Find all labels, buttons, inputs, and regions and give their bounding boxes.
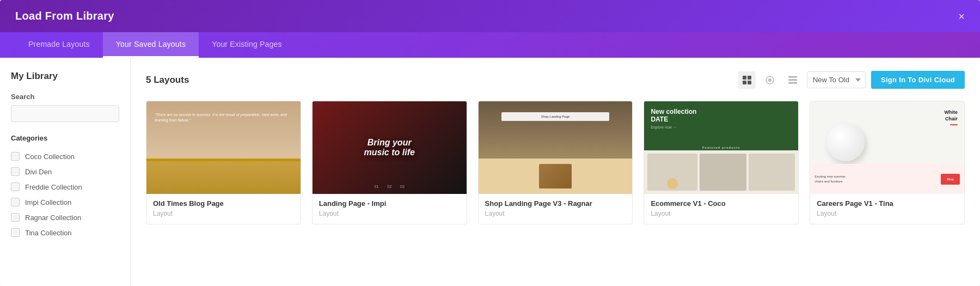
- modal-title: Load From Library: [15, 10, 114, 22]
- svg-rect-7: [788, 79, 797, 81]
- svg-rect-8: [788, 82, 797, 84]
- layout-thumbnail-2: Bring yourmusic to life 01 02 03: [313, 101, 467, 194]
- layout-thumbnail-5: WhiteChair Exciting new summerchairs and…: [810, 101, 964, 194]
- filter-icon: [765, 75, 775, 85]
- list-view-button[interactable]: [784, 71, 801, 89]
- layout-info-5: Careers Page V1 - Tina Layout: [810, 194, 964, 224]
- layout-card-1[interactable]: Get More Old Times Blog Page Layout: [146, 101, 301, 224]
- close-button[interactable]: ×: [958, 11, 965, 22]
- category-checkbox-ragnar[interactable]: [11, 213, 20, 222]
- layout-card-2[interactable]: Bring yourmusic to life 01 02 03 Landing…: [312, 101, 467, 224]
- category-name-coco: Coco Collection: [25, 153, 75, 161]
- svg-rect-6: [788, 76, 797, 78]
- layout-thumbnail-3: Shop Landing Page: [479, 101, 633, 194]
- layouts-grid: Get More Old Times Blog Page Layout Brin…: [146, 101, 965, 224]
- category-item-freddie[interactable]: Freddie Collection: [11, 179, 119, 194]
- tab-premade[interactable]: Premade Layouts: [15, 32, 103, 58]
- svg-rect-0: [743, 76, 746, 80]
- tab-existing-pages[interactable]: Your Existing Pages: [199, 32, 295, 58]
- category-name-ragnar: Ragnar Collection: [25, 214, 81, 222]
- category-name-freddie: Freddie Collection: [25, 183, 82, 191]
- modal-header: Load From Library ×: [0, 0, 980, 32]
- category-checkbox-tina[interactable]: [11, 228, 20, 237]
- category-item-divi-den[interactable]: Divi Den: [11, 164, 119, 179]
- layout-type-3: Layout: [485, 210, 626, 217]
- layouts-count: 5 Layouts: [146, 75, 189, 86]
- grid-view-button[interactable]: [738, 71, 756, 89]
- modal-container: Load From Library × Premade Layouts Your…: [0, 0, 980, 286]
- category-checkbox-divi-den[interactable]: [11, 167, 20, 176]
- search-input[interactable]: [11, 105, 119, 122]
- layout-type-4: Layout: [651, 210, 792, 217]
- category-item-ragnar[interactable]: Ragnar Collection: [11, 210, 119, 225]
- layout-info-4: Ecommerce V1 - Coco Layout: [644, 194, 798, 224]
- layout-type-1: Layout: [153, 210, 294, 217]
- main-header: 5 Layouts: [146, 71, 965, 89]
- search-label: Search: [11, 93, 119, 101]
- layout-name-5: Careers Page V1 - Tina: [817, 199, 958, 208]
- category-name-divi-den: Divi Den: [25, 168, 52, 176]
- sign-in-divi-cloud-button[interactable]: Sign In To Divi Cloud: [871, 71, 965, 89]
- layout-name-4: Ecommerce V1 - Coco: [651, 199, 792, 208]
- categories-list: Coco Collection Divi Den Freddie Collect…: [11, 149, 119, 240]
- layout-name-3: Shop Landing Page V3 - Ragnar: [485, 199, 626, 208]
- category-checkbox-coco[interactable]: [11, 152, 20, 161]
- category-item-impi[interactable]: Impi Collection: [11, 194, 119, 210]
- category-name-tina: Tina Collection: [25, 229, 72, 237]
- layout-card-3[interactable]: Shop Landing Page Shop Landing Page V3 -…: [478, 101, 633, 224]
- category-checkbox-freddie[interactable]: [11, 182, 20, 191]
- layout-info-2: Landing Page - Impi Layout: [313, 194, 467, 224]
- layout-info-1: Old Times Blog Page Layout: [146, 194, 301, 224]
- svg-rect-2: [743, 81, 746, 84]
- layout-type-2: Layout: [319, 210, 460, 217]
- layout-thumbnail-4: New collectionDATE Explore now → Feature…: [644, 101, 798, 194]
- content-area: My Library Search Categories Coco Collec…: [0, 58, 980, 286]
- controls-right: New To Old Old To New A-Z Z-A Sign In To…: [738, 71, 965, 89]
- category-name-impi: Impi Collection: [25, 198, 71, 206]
- main-area: 5 Layouts: [131, 58, 980, 286]
- sort-select[interactable]: New To Old Old To New A-Z Z-A: [807, 71, 866, 88]
- thumb-2-text: Bring yourmusic to life: [364, 138, 415, 157]
- categories-label: Categories: [11, 134, 119, 142]
- sidebar-title: My Library: [11, 71, 119, 82]
- layout-thumbnail-1: Get More: [146, 101, 301, 194]
- sidebar: My Library Search Categories Coco Collec…: [0, 58, 131, 286]
- grid-icon: [742, 75, 752, 85]
- svg-rect-3: [748, 81, 751, 84]
- category-checkbox-impi[interactable]: [11, 198, 20, 206]
- layout-name-1: Old Times Blog Page: [153, 199, 294, 208]
- layout-type-5: Layout: [817, 210, 958, 217]
- layout-info-3: Shop Landing Page V3 - Ragnar Layout: [479, 194, 633, 224]
- layout-name-2: Landing Page - Impi: [319, 199, 460, 208]
- category-item-coco[interactable]: Coco Collection: [11, 149, 119, 164]
- tab-saved-layouts[interactable]: Your Saved Layouts: [103, 32, 199, 58]
- list-icon: [788, 75, 798, 85]
- layout-card-5[interactable]: WhiteChair Exciting new summerchairs and…: [810, 101, 965, 224]
- filter-button[interactable]: [761, 71, 779, 89]
- svg-rect-1: [748, 76, 751, 80]
- svg-point-5: [768, 78, 771, 82]
- layout-card-4[interactable]: New collectionDATE Explore now → Feature…: [644, 101, 799, 224]
- tabs-bar: Premade Layouts Your Saved Layouts Your …: [0, 32, 980, 58]
- category-item-tina[interactable]: Tina Collection: [11, 225, 119, 240]
